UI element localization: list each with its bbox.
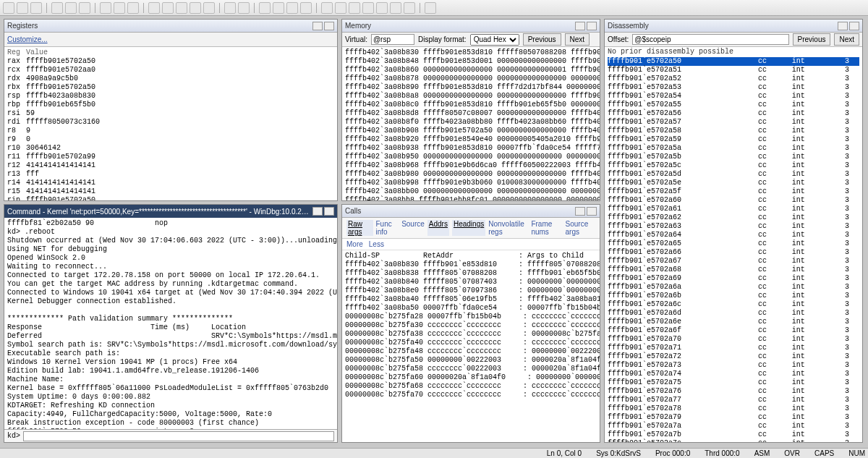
disasm-row[interactable]: ffffb901`e5702a5bccint3 [608,153,859,161]
calls-tab[interactable]: Addrs [427,220,449,236]
register-row[interactable]: rspffffb4023a08b830 [7,92,106,101]
toolbar-button[interactable] [362,2,374,14]
calls-tab[interactable]: Func info [376,220,399,236]
registers-title-bar[interactable]: Registers [4,20,337,33]
disasm-row[interactable]: ffffb901`e5702a62ccint3 [608,213,859,222]
disasm-row[interactable]: ffffb901`e5702a5fccint3 [608,187,859,196]
disasm-row[interactable]: ffffb901`e5702a54ccint3 [608,92,859,101]
toolbar-button[interactable] [300,2,312,14]
disasm-row[interactable]: ffffb901`e5702a7accint3 [608,422,859,431]
disasm-row[interactable]: ffffb901`e5702a60ccint3 [608,196,859,205]
toolbar-button[interactable] [127,2,139,14]
register-row[interactable]: r13fff [7,170,106,179]
disasm-row[interactable]: ffffb901`e5702a79ccint3 [608,413,859,422]
disasm-row[interactable]: ffffb901`e5702a53ccint3 [608,83,859,92]
register-row[interactable]: raxffffb901e5702a50 [7,57,106,66]
next-button[interactable]: Next [565,33,590,46]
disasm-row[interactable]: ffffb901`e5702a64ccint3 [608,231,859,239]
disasm-row[interactable]: ffffb901`e5702a6eccint3 [608,318,859,326]
register-row[interactable]: r11ffffb901e5702a99 [7,153,106,161]
less-link[interactable]: Less [369,240,384,248]
disasm-row[interactable]: ffffb901`e5702a5cccint3 [608,161,859,170]
close-icon[interactable] [324,207,334,216]
calls-tab[interactable]: Raw args [346,220,373,236]
calls-tab[interactable]: Frame nums [531,220,562,236]
calls-title-bar[interactable]: Calls [342,205,600,218]
toolbar-button[interactable] [100,2,111,14]
disasm-row[interactable]: ffffb901`e5702a6cccint3 [608,300,859,309]
register-row[interactable]: rbxffffb901e5702a50 [7,83,106,92]
toolbar-button[interactable] [30,2,42,14]
disasm-row[interactable]: ffffb901`e5702a56ccint3 [608,109,859,118]
offset-input[interactable] [632,34,788,45]
calls-tab[interactable]: Source args [566,220,595,236]
toolbar-button[interactable] [425,2,436,14]
close-icon[interactable] [324,22,334,30]
memory-title-bar[interactable]: Memory [342,20,600,33]
toolbar-button[interactable] [404,2,415,14]
toolbar-button[interactable] [162,2,174,14]
register-row[interactable]: rcxffffb901e5702aa0 [7,66,106,75]
memory-scroll[interactable]: ffffb402`3a08b830 ffffb901e853d810 fffff… [342,47,600,200]
disasm-row[interactable]: ffffb901`e5702a7cccint3 [608,439,859,442]
register-row[interactable]: ripffffb901e5702a50 [7,196,106,200]
register-row[interactable]: r90 [7,135,106,144]
disasm-row[interactable]: ffffb901`e5702a59ccint3 [608,135,859,144]
toolbar-button[interactable] [190,2,201,14]
toolbar-button[interactable] [114,2,125,14]
disasm-row[interactable]: ffffb901`e5702a63ccint3 [608,222,859,231]
disasm-row[interactable]: ffffb901`e5702a74ccint3 [608,370,859,378]
close-icon[interactable] [849,22,859,30]
disasm-row[interactable]: ffffb901`e5702a61ccint3 [608,205,859,213]
disasm-row[interactable]: ffffb901`e5702a77ccint3 [608,396,859,404]
register-row[interactable]: rsi59 [7,109,106,118]
toolbar-button[interactable] [17,2,28,14]
command-title-bar[interactable]: Command - Kernel 'net:port=50000,Key=***… [4,205,337,218]
disasm-row[interactable]: ffffb901`e5702a71ccint3 [608,344,859,352]
register-row[interactable]: rbpffffb901eb65f5b0 [7,101,106,109]
disasm-row[interactable]: ffffb901`e5702a6accint3 [608,283,859,292]
disasm-row[interactable]: ffffb901`e5702a7bccint3 [608,431,859,439]
toolbar-button[interactable] [259,2,271,14]
format-select[interactable]: Quad Hex [470,34,519,46]
toolbar-button[interactable] [238,2,250,14]
toolbar-button[interactable] [203,2,215,14]
toolbar-button[interactable] [224,2,236,14]
toolbar-button[interactable] [335,2,346,14]
disasm-row[interactable]: ffffb901`e5702a69ccint3 [608,274,859,283]
registers-scroll[interactable]: RegValueraxffffb901e5702a50rcxffffb901e5… [4,47,337,200]
register-row[interactable]: r154141414141414141 [7,187,106,196]
disasm-row[interactable]: ffffb901`e5702a50ccint3 [608,57,859,66]
toolbar-button[interactable] [51,2,63,14]
calls-tab[interactable]: Source [401,220,425,236]
disasm-row[interactable]: ffffb901`e5702a5dccint3 [608,170,859,179]
calls-tab[interactable]: Headings [452,220,485,236]
command-input[interactable] [23,431,334,441]
calls-tab[interactable]: Nonvolatile regs [488,220,528,236]
toolbar-button[interactable] [349,2,360,14]
register-row[interactable]: r1030646142 [7,144,106,153]
disasm-row[interactable]: ffffb901`e5702a70ccint3 [608,335,859,344]
disasm-row[interactable]: ffffb901`e5702a72ccint3 [608,352,859,361]
toolbar-button[interactable] [321,2,333,14]
next-button[interactable]: Next [834,33,859,46]
close-icon[interactable] [587,22,597,30]
register-row[interactable]: rdx4908a9a9c5b0 [7,75,106,83]
disasm-row[interactable]: ffffb901`e5702a5accint3 [608,144,859,153]
disassembly-title-bar[interactable]: Disassembly [605,20,862,33]
register-row[interactable]: rdifffff8050073c3160 [7,118,106,127]
prev-button[interactable]: Previous [793,33,831,46]
toolbar-button[interactable] [79,2,90,14]
toolbar-button[interactable] [390,2,401,14]
virtual-input[interactable] [371,34,414,45]
disasm-row[interactable]: ffffb901`e5702a6fccint3 [608,326,859,335]
toolbar-button[interactable] [376,2,388,14]
calls-scroll[interactable]: Child-SP RetAddr : Args to Child ffffb40… [342,250,600,442]
disasm-row[interactable]: ffffb901`e5702a58ccint3 [608,127,859,135]
disasm-row[interactable]: ffffb901`e5702a55ccint3 [608,101,859,109]
close-icon[interactable] [587,207,597,216]
disasm-row[interactable]: ffffb901`e5702a66ccint3 [608,248,859,257]
prev-button[interactable]: Previous [523,33,561,46]
dock-icon[interactable] [575,22,585,30]
disasm-row[interactable]: ffffb901`e5702a73ccint3 [608,361,859,370]
